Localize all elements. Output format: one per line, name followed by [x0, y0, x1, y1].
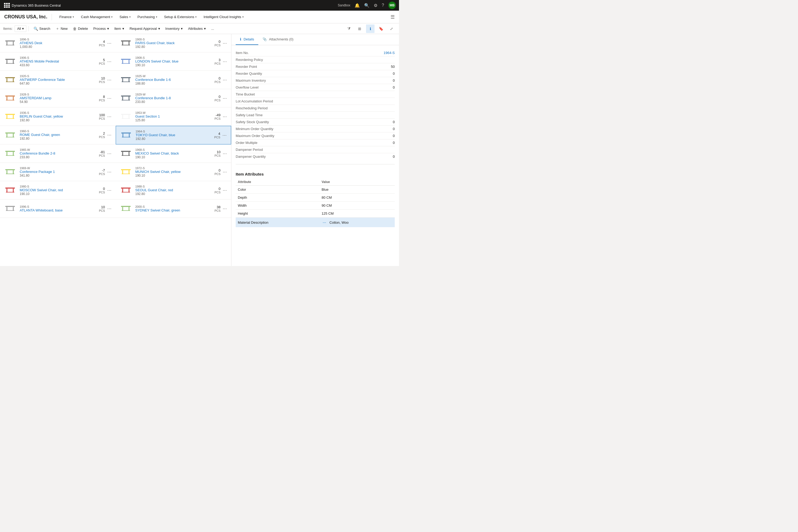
- item-more-button[interactable]: ⋯: [222, 150, 228, 157]
- item-more-button[interactable]: ⋯: [222, 205, 228, 212]
- avatar[interactable]: MB: [388, 2, 396, 9]
- waffle-button[interactable]: [3, 2, 10, 8]
- item-more-button[interactable]: ⋯: [106, 113, 113, 120]
- filter-all-button[interactable]: All ▾: [15, 25, 26, 32]
- item-more-button[interactable]: ⋯: [106, 205, 113, 212]
- search-icon[interactable]: 🔍: [364, 3, 369, 8]
- item-more-button[interactable]: ⋯: [106, 77, 113, 83]
- item-qty-unit: PCS: [214, 80, 221, 83]
- filter-icon-button[interactable]: ⧩: [345, 24, 353, 33]
- item-more-button[interactable]: ⋯: [222, 58, 228, 65]
- list-item[interactable]: 1960-S ROME Guest Chair, green 192.80 2 …: [0, 126, 116, 145]
- item-button[interactable]: Item ▾: [112, 25, 127, 32]
- item-more-button[interactable]: ⋯: [221, 132, 228, 138]
- bookmark-icon-button[interactable]: 🔖: [377, 24, 385, 33]
- item-name[interactable]: Guest Section 1: [135, 114, 212, 118]
- list-item[interactable]: 1925-W Conference Bundle 1-6 188.80 0 PC…: [116, 71, 231, 89]
- item-more-button[interactable]: ⋯: [106, 132, 113, 138]
- item-quantity: 3 PCS: [214, 58, 221, 65]
- list-item[interactable]: 1969-W Conference Package 1 341.80 -7 PC…: [0, 163, 116, 181]
- attributes-button[interactable]: Attributes ▾: [185, 25, 209, 32]
- item-more-button[interactable]: ⋯: [106, 95, 113, 101]
- item-more-button[interactable]: ⋯: [106, 187, 113, 193]
- tab-details[interactable]: ℹ Details: [236, 34, 258, 45]
- list-item[interactable]: 1953-W Guest Section 1 125.80 -49 PCS ⋯: [116, 108, 231, 126]
- list-item[interactable]: 1996-S ATLANTA Whiteboard, base 10 PCS ⋯: [0, 200, 116, 218]
- item-name[interactable]: MEXICO Swivel Chair, black: [135, 151, 212, 155]
- list-item[interactable]: 1928-S AMSTERDAM Lamp 54.90 8 PCS ⋯: [0, 89, 116, 108]
- item-more-button[interactable]: ⋯: [106, 58, 113, 65]
- item-name[interactable]: SYDNEY Swivel Chair, green: [135, 208, 212, 212]
- expand-icon-button[interactable]: ⤢: [387, 24, 396, 33]
- new-button[interactable]: ＋ New: [53, 25, 70, 33]
- menu-item-cash[interactable]: Cash Management ▾: [78, 13, 116, 21]
- item-name[interactable]: BERLIN Guest Chair, yellow: [20, 114, 97, 118]
- list-item[interactable]: 1936-S BERLIN Guest Chair, yellow 192.80…: [0, 108, 116, 126]
- process-button[interactable]: Process ▾: [91, 25, 112, 32]
- hamburger-icon[interactable]: ☰: [391, 14, 395, 20]
- item-name[interactable]: Conference Bundle 2-8: [20, 151, 97, 155]
- inventory-button[interactable]: Inventory ▾: [163, 25, 185, 32]
- item-name[interactable]: PARIS Guest Chair, black: [135, 41, 212, 45]
- chevron-down-icon: ▾: [156, 15, 157, 18]
- request-approval-button[interactable]: Request Approval ▾: [127, 25, 163, 32]
- item-more-button[interactable]: ⋯: [222, 77, 228, 83]
- notification-icon[interactable]: 🔔: [355, 3, 360, 8]
- list-item[interactable]: 1980-S MOSCOW Swivel Chair, red 190.10 0…: [0, 181, 116, 200]
- item-name[interactable]: ATHENS Mobile Pedestal: [20, 59, 97, 63]
- list-item[interactable]: 1929-W Conference Bundle 1-8 233.80 0 PC…: [116, 89, 231, 108]
- delete-button[interactable]: 🗑 Delete: [70, 25, 91, 32]
- field-value[interactable]: 1964-S: [384, 51, 395, 55]
- item-name[interactable]: MOSCOW Swivel Chair, red: [20, 188, 97, 192]
- item-name[interactable]: TOKYO Guest Chair, blue: [136, 133, 212, 137]
- item-more-button[interactable]: ⋯: [222, 40, 228, 46]
- settings-icon[interactable]: ⚙: [374, 3, 377, 8]
- item-name[interactable]: SEOUL Guest Chair, red: [135, 188, 212, 192]
- item-more-button[interactable]: ⋯: [222, 169, 228, 175]
- item-more-button[interactable]: ⋯: [222, 113, 228, 120]
- list-item[interactable]: 2000-S SYDNEY Swivel Chair, green 38 PCS…: [116, 200, 231, 218]
- list-item[interactable]: 1964-S TOKYO Guest Chair, blue 192.80 4 …: [116, 126, 231, 145]
- list-item[interactable]: 1965-W Conference Bundle 2-8 233.80 -81 …: [0, 145, 116, 163]
- item-name[interactable]: Conference Bundle 1-6: [135, 78, 212, 82]
- more-button[interactable]: ...: [209, 25, 217, 32]
- list-item[interactable]: 1920-S ANTWERP Conference Table 647.80 1…: [0, 71, 116, 89]
- item-qty-number: 10: [214, 150, 221, 154]
- attr-edit-icon[interactable]: ⋯: [322, 220, 327, 225]
- svg-rect-66: [13, 189, 14, 192]
- list-item[interactable]: 1906-S ATHENS Mobile Pedestal 433.60 5 P…: [0, 52, 116, 71]
- company-name[interactable]: CRONUS USA, Inc.: [4, 14, 48, 20]
- item-name[interactable]: ATHENS Desk: [20, 41, 97, 45]
- item-name[interactable]: Conference Package 1: [20, 170, 97, 174]
- list-item[interactable]: 1896-S ATHENS Desk 1,000.80 4 PCS ⋯: [0, 34, 116, 52]
- info-icon-button[interactable]: ℹ: [366, 24, 375, 33]
- item-name[interactable]: ATLANTA Whiteboard, base: [20, 208, 97, 212]
- search-button[interactable]: 🔍 Search: [31, 25, 53, 32]
- help-icon[interactable]: ?: [382, 3, 384, 8]
- list-item[interactable]: 1900-S PARIS Guest Chair, black 192.80 0…: [116, 34, 231, 52]
- menu-item-cloud[interactable]: Intelligent Cloud Insights ▾: [200, 13, 247, 21]
- item-name[interactable]: ROME Guest Chair, green: [20, 133, 97, 137]
- list-item[interactable]: 1988-S SEOUL Guest Chair, red 192.80 0 P…: [116, 181, 231, 200]
- tab-attachments[interactable]: 📎 Attachments (0): [258, 34, 298, 45]
- menu-item-sales[interactable]: Sales ▾: [116, 13, 134, 21]
- svg-rect-7: [121, 45, 130, 45]
- list-item[interactable]: 1968-S MEXICO Swivel Chair, black 190.10…: [116, 145, 231, 163]
- item-name[interactable]: AMSTERDAM Lamp: [20, 96, 97, 100]
- list-item[interactable]: 1908-S LONDON Swivel Chair, blue 190.10 …: [116, 52, 231, 71]
- item-name[interactable]: ANTWERP Conference Table: [20, 78, 97, 82]
- menu-item-finance[interactable]: Finance ▾: [56, 13, 77, 21]
- list-item[interactable]: 1972-S MUNICH Swivel Chair, yellow 190.1…: [116, 163, 231, 181]
- item-more-button[interactable]: ⋯: [106, 169, 113, 175]
- menu-item-setup[interactable]: Setup & Extensions ▾: [161, 13, 200, 21]
- item-name[interactable]: LONDON Swivel Chair, blue: [135, 59, 212, 63]
- item-name[interactable]: MUNICH Swivel Chair, yellow: [135, 170, 212, 174]
- item-more-button[interactable]: ⋯: [222, 95, 228, 101]
- item-name[interactable]: Conference Bundle 1-8: [135, 96, 212, 100]
- item-more-button[interactable]: ⋯: [222, 187, 228, 193]
- layout-icon-button[interactable]: ⊞: [355, 24, 364, 33]
- item-more-button[interactable]: ⋯: [106, 40, 113, 46]
- item-more-button[interactable]: ⋯: [106, 150, 113, 157]
- svg-rect-5: [122, 41, 123, 45]
- menu-item-purchasing[interactable]: Purchasing ▾: [134, 13, 160, 21]
